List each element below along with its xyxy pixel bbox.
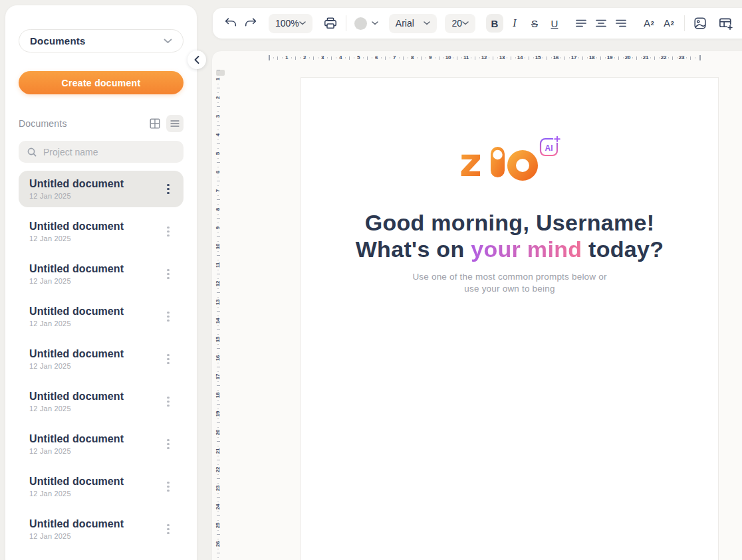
- document-list-item[interactable]: Untitled document 12 Jan 2025: [19, 213, 184, 250]
- zio-logo: z AI: [459, 136, 560, 184]
- greeting-line1: Good morning, Username!: [301, 209, 718, 236]
- greeting-subtitle: Use one of the most common prompts below…: [301, 271, 718, 294]
- create-document-button[interactable]: Create document: [19, 71, 184, 94]
- document-date: 12 Jan 2025: [29, 447, 161, 455]
- document-title: Untitled document: [29, 306, 161, 318]
- chevron-down-icon: [372, 21, 378, 25]
- sidebar-collapse-button[interactable]: [187, 50, 206, 69]
- document-page[interactable]: z AI Good morning, Username! Wh: [301, 77, 719, 560]
- align-center-icon: [594, 17, 608, 30]
- underline-button[interactable]: U: [546, 14, 563, 33]
- document-menu-button[interactable]: [161, 181, 176, 198]
- document-list-item[interactable]: Untitled document 12 Jan 2025: [19, 341, 184, 377]
- insert-table-button[interactable]: [717, 14, 734, 33]
- greeting-highlight: your mind: [471, 236, 582, 262]
- document-menu-button[interactable]: [161, 393, 176, 411]
- font-family-select[interactable]: Arial: [389, 14, 437, 33]
- print-icon: [323, 16, 338, 31]
- greeting-line2: What's on your mind today?: [301, 236, 718, 262]
- table-add-icon: [718, 16, 733, 31]
- documents-section-label: Documents: [19, 118, 146, 129]
- document-date: 12 Jan 2025: [29, 277, 161, 285]
- document-list-item[interactable]: Untitled document 12 Jan 2025: [19, 298, 184, 335]
- chevron-down-icon: [299, 21, 306, 25]
- document-menu-button[interactable]: [161, 308, 176, 326]
- list-icon: [169, 118, 181, 130]
- undo-icon: [223, 16, 238, 31]
- document-menu-button[interactable]: [161, 478, 176, 496]
- grid-view-button[interactable]: [146, 115, 164, 132]
- document-title: Untitled document: [29, 476, 161, 488]
- grid-icon: [149, 118, 161, 130]
- document-menu-button[interactable]: [161, 436, 176, 453]
- greeting-heading: Good morning, Username! What's on your m…: [301, 209, 718, 262]
- document-menu-button[interactable]: [161, 351, 176, 368]
- font-size-value: 20: [451, 18, 462, 29]
- zoom-select[interactable]: 100%: [269, 14, 312, 33]
- align-right-button[interactable]: [612, 14, 630, 33]
- superscript-button[interactable]: A2: [640, 14, 658, 33]
- chevron-left-icon: [194, 56, 199, 64]
- document-title: Untitled document: [29, 391, 161, 403]
- chevron-down-icon: [424, 21, 430, 25]
- align-right-icon: [614, 17, 628, 30]
- document-title: Untitled document: [29, 433, 161, 445]
- text-color-select[interactable]: [353, 17, 380, 30]
- document-title: Untitled document: [29, 178, 161, 190]
- image-icon: [693, 16, 707, 31]
- document-list-item[interactable]: Untitled document 12 Jan 2025: [19, 511, 184, 547]
- logo-letter-i: [491, 147, 505, 177]
- document-menu-button[interactable]: [161, 223, 176, 240]
- redo-icon: [243, 16, 258, 31]
- kebab-icon: [167, 184, 170, 187]
- kebab-icon: [167, 354, 169, 356]
- bold-button[interactable]: B: [486, 14, 503, 33]
- undo-button[interactable]: [222, 14, 239, 33]
- chevron-down-icon: [462, 21, 469, 25]
- strikethrough-button[interactable]: S: [526, 14, 543, 33]
- document-list-item[interactable]: Untitled document 12 Jan 2025: [19, 171, 184, 207]
- documents-list: Untitled document 12 Jan 2025 Untitled d…: [19, 171, 184, 547]
- logo-letter-o: [511, 155, 533, 177]
- redo-button[interactable]: [242, 14, 259, 33]
- kebab-icon: [167, 269, 169, 271]
- document-title: Untitled document: [29, 221, 161, 233]
- italic-button[interactable]: I: [506, 14, 523, 33]
- zoom-value: 100%: [275, 18, 299, 29]
- document-list-item[interactable]: Untitled document 12 Jan 2025: [19, 468, 184, 505]
- logo-letter-z: z: [459, 140, 482, 184]
- search-field[interactable]: [19, 141, 184, 163]
- document-list-item[interactable]: Untitled document 12 Jan 2025: [19, 383, 184, 420]
- kebab-icon: [167, 439, 169, 441]
- kebab-icon: [167, 227, 169, 229]
- list-view-button[interactable]: [166, 115, 184, 132]
- toolbar-divider: [684, 15, 685, 31]
- document-date: 12 Jan 2025: [29, 192, 161, 200]
- kebab-icon: [167, 524, 169, 526]
- toolbar-divider: [346, 15, 346, 31]
- document-list-item[interactable]: Untitled document 12 Jan 2025: [19, 426, 184, 462]
- chevron-down-icon: [164, 39, 172, 44]
- font-size-select[interactable]: 20: [445, 14, 475, 33]
- workspace-selector[interactable]: Documents: [19, 29, 184, 52]
- document-date: 12 Jan 2025: [29, 362, 161, 370]
- document-date: 12 Jan 2025: [29, 234, 161, 242]
- document-date: 12 Jan 2025: [29, 532, 161, 540]
- align-left-icon: [574, 17, 588, 30]
- document-list-item[interactable]: Untitled document 12 Jan 2025: [19, 256, 184, 292]
- document-title: Untitled document: [29, 348, 161, 360]
- align-left-button[interactable]: [572, 14, 590, 33]
- kebab-icon: [167, 312, 169, 314]
- document-title: Untitled document: [29, 518, 161, 530]
- color-swatch-icon: [354, 17, 367, 30]
- document-title: Untitled document: [29, 263, 161, 275]
- search-input[interactable]: [43, 147, 176, 157]
- print-button[interactable]: [322, 14, 339, 33]
- workspace-selector-label: Documents: [30, 35, 85, 47]
- subscript-button[interactable]: A2: [660, 14, 678, 33]
- document-date: 12 Jan 2025: [29, 320, 161, 327]
- document-menu-button[interactable]: [161, 521, 176, 538]
- document-menu-button[interactable]: [161, 266, 176, 283]
- insert-image-button[interactable]: [691, 14, 709, 33]
- align-center-button[interactable]: [592, 14, 610, 33]
